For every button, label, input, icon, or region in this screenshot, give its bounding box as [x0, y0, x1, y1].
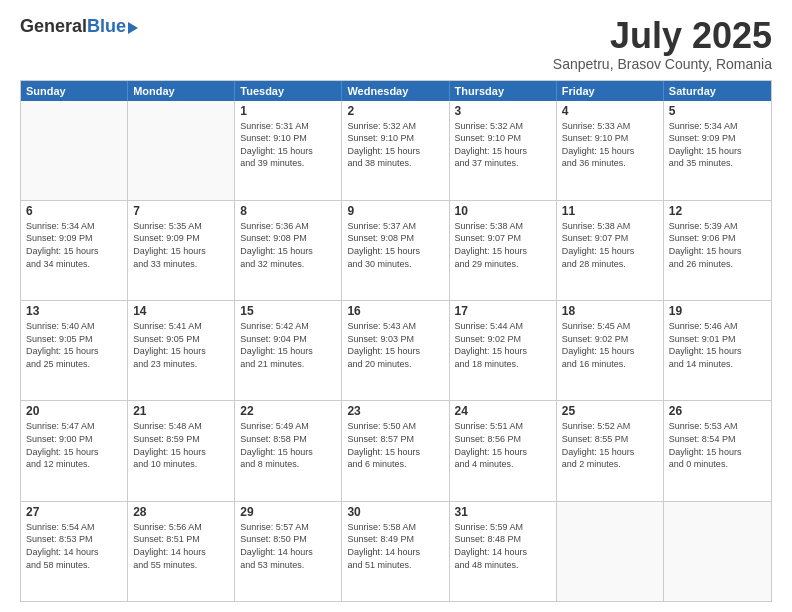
cell-info: Sunrise: 5:31 AM Sunset: 9:10 PM Dayligh… [240, 120, 336, 170]
calendar-cell: 19Sunrise: 5:46 AM Sunset: 9:01 PM Dayli… [664, 301, 771, 400]
calendar-cell: 24Sunrise: 5:51 AM Sunset: 8:56 PM Dayli… [450, 401, 557, 500]
day-number: 27 [26, 505, 122, 519]
calendar-cell: 4Sunrise: 5:33 AM Sunset: 9:10 PM Daylig… [557, 101, 664, 200]
day-number: 31 [455, 505, 551, 519]
calendar-cell [128, 101, 235, 200]
cell-info: Sunrise: 5:42 AM Sunset: 9:04 PM Dayligh… [240, 320, 336, 370]
calendar-cell: 30Sunrise: 5:58 AM Sunset: 8:49 PM Dayli… [342, 502, 449, 601]
cell-info: Sunrise: 5:32 AM Sunset: 9:10 PM Dayligh… [455, 120, 551, 170]
calendar-row: 13Sunrise: 5:40 AM Sunset: 9:05 PM Dayli… [21, 300, 771, 400]
calendar-row: 6Sunrise: 5:34 AM Sunset: 9:09 PM Daylig… [21, 200, 771, 300]
cell-info: Sunrise: 5:39 AM Sunset: 9:06 PM Dayligh… [669, 220, 766, 270]
calendar-cell: 9Sunrise: 5:37 AM Sunset: 9:08 PM Daylig… [342, 201, 449, 300]
day-number: 17 [455, 304, 551, 318]
day-number: 25 [562, 404, 658, 418]
calendar-cell: 10Sunrise: 5:38 AM Sunset: 9:07 PM Dayli… [450, 201, 557, 300]
calendar-cell: 15Sunrise: 5:42 AM Sunset: 9:04 PM Dayli… [235, 301, 342, 400]
day-number: 2 [347, 104, 443, 118]
calendar-cell: 16Sunrise: 5:43 AM Sunset: 9:03 PM Dayli… [342, 301, 449, 400]
cell-info: Sunrise: 5:33 AM Sunset: 9:10 PM Dayligh… [562, 120, 658, 170]
day-number: 3 [455, 104, 551, 118]
calendar-cell [664, 502, 771, 601]
day-number: 16 [347, 304, 443, 318]
logo-arrow-icon [128, 22, 138, 34]
cell-info: Sunrise: 5:51 AM Sunset: 8:56 PM Dayligh… [455, 420, 551, 470]
logo: General Blue [20, 16, 138, 37]
cell-info: Sunrise: 5:49 AM Sunset: 8:58 PM Dayligh… [240, 420, 336, 470]
logo-blue: Blue [87, 16, 126, 37]
cell-info: Sunrise: 5:41 AM Sunset: 9:05 PM Dayligh… [133, 320, 229, 370]
day-number: 14 [133, 304, 229, 318]
calendar-row: 27Sunrise: 5:54 AM Sunset: 8:53 PM Dayli… [21, 501, 771, 601]
day-number: 18 [562, 304, 658, 318]
cell-info: Sunrise: 5:43 AM Sunset: 9:03 PM Dayligh… [347, 320, 443, 370]
logo-general: General [20, 16, 87, 37]
calendar-cell: 3Sunrise: 5:32 AM Sunset: 9:10 PM Daylig… [450, 101, 557, 200]
cell-info: Sunrise: 5:50 AM Sunset: 8:57 PM Dayligh… [347, 420, 443, 470]
calendar-cell [21, 101, 128, 200]
calendar: SundayMondayTuesdayWednesdayThursdayFrid… [20, 80, 772, 602]
cell-info: Sunrise: 5:59 AM Sunset: 8:48 PM Dayligh… [455, 521, 551, 571]
title-location: Sanpetru, Brasov County, Romania [553, 56, 772, 72]
cell-info: Sunrise: 5:37 AM Sunset: 9:08 PM Dayligh… [347, 220, 443, 270]
cell-info: Sunrise: 5:48 AM Sunset: 8:59 PM Dayligh… [133, 420, 229, 470]
day-number: 1 [240, 104, 336, 118]
calendar-cell: 29Sunrise: 5:57 AM Sunset: 8:50 PM Dayli… [235, 502, 342, 601]
calendar-cell: 5Sunrise: 5:34 AM Sunset: 9:09 PM Daylig… [664, 101, 771, 200]
day-number: 7 [133, 204, 229, 218]
day-number: 26 [669, 404, 766, 418]
day-number: 6 [26, 204, 122, 218]
cell-info: Sunrise: 5:34 AM Sunset: 9:09 PM Dayligh… [669, 120, 766, 170]
calendar-cell: 1Sunrise: 5:31 AM Sunset: 9:10 PM Daylig… [235, 101, 342, 200]
day-number: 15 [240, 304, 336, 318]
calendar-cell: 22Sunrise: 5:49 AM Sunset: 8:58 PM Dayli… [235, 401, 342, 500]
calendar-cell: 2Sunrise: 5:32 AM Sunset: 9:10 PM Daylig… [342, 101, 449, 200]
cell-info: Sunrise: 5:58 AM Sunset: 8:49 PM Dayligh… [347, 521, 443, 571]
day-number: 10 [455, 204, 551, 218]
cell-info: Sunrise: 5:34 AM Sunset: 9:09 PM Dayligh… [26, 220, 122, 270]
day-number: 4 [562, 104, 658, 118]
day-number: 8 [240, 204, 336, 218]
calendar-cell: 7Sunrise: 5:35 AM Sunset: 9:09 PM Daylig… [128, 201, 235, 300]
calendar-cell: 12Sunrise: 5:39 AM Sunset: 9:06 PM Dayli… [664, 201, 771, 300]
day-number: 12 [669, 204, 766, 218]
cell-info: Sunrise: 5:46 AM Sunset: 9:01 PM Dayligh… [669, 320, 766, 370]
day-number: 22 [240, 404, 336, 418]
title-month: July 2025 [553, 16, 772, 56]
calendar-row: 1Sunrise: 5:31 AM Sunset: 9:10 PM Daylig… [21, 101, 771, 200]
calendar-cell: 11Sunrise: 5:38 AM Sunset: 9:07 PM Dayli… [557, 201, 664, 300]
day-number: 13 [26, 304, 122, 318]
weekday-header: Sunday [21, 81, 128, 101]
calendar-cell: 21Sunrise: 5:48 AM Sunset: 8:59 PM Dayli… [128, 401, 235, 500]
calendar-cell: 28Sunrise: 5:56 AM Sunset: 8:51 PM Dayli… [128, 502, 235, 601]
calendar-header: SundayMondayTuesdayWednesdayThursdayFrid… [21, 81, 771, 101]
day-number: 23 [347, 404, 443, 418]
weekday-header: Wednesday [342, 81, 449, 101]
weekday-header: Thursday [450, 81, 557, 101]
day-number: 19 [669, 304, 766, 318]
cell-info: Sunrise: 5:54 AM Sunset: 8:53 PM Dayligh… [26, 521, 122, 571]
cell-info: Sunrise: 5:35 AM Sunset: 9:09 PM Dayligh… [133, 220, 229, 270]
weekday-header: Monday [128, 81, 235, 101]
cell-info: Sunrise: 5:45 AM Sunset: 9:02 PM Dayligh… [562, 320, 658, 370]
calendar-cell: 8Sunrise: 5:36 AM Sunset: 9:08 PM Daylig… [235, 201, 342, 300]
page: General Blue July 2025 Sanpetru, Brasov … [0, 0, 792, 612]
day-number: 5 [669, 104, 766, 118]
calendar-cell: 23Sunrise: 5:50 AM Sunset: 8:57 PM Dayli… [342, 401, 449, 500]
cell-info: Sunrise: 5:38 AM Sunset: 9:07 PM Dayligh… [455, 220, 551, 270]
calendar-cell: 13Sunrise: 5:40 AM Sunset: 9:05 PM Dayli… [21, 301, 128, 400]
cell-info: Sunrise: 5:52 AM Sunset: 8:55 PM Dayligh… [562, 420, 658, 470]
calendar-cell: 20Sunrise: 5:47 AM Sunset: 9:00 PM Dayli… [21, 401, 128, 500]
day-number: 28 [133, 505, 229, 519]
calendar-cell: 27Sunrise: 5:54 AM Sunset: 8:53 PM Dayli… [21, 502, 128, 601]
day-number: 30 [347, 505, 443, 519]
cell-info: Sunrise: 5:36 AM Sunset: 9:08 PM Dayligh… [240, 220, 336, 270]
cell-info: Sunrise: 5:47 AM Sunset: 9:00 PM Dayligh… [26, 420, 122, 470]
cell-info: Sunrise: 5:56 AM Sunset: 8:51 PM Dayligh… [133, 521, 229, 571]
calendar-cell: 6Sunrise: 5:34 AM Sunset: 9:09 PM Daylig… [21, 201, 128, 300]
calendar-cell: 31Sunrise: 5:59 AM Sunset: 8:48 PM Dayli… [450, 502, 557, 601]
calendar-body: 1Sunrise: 5:31 AM Sunset: 9:10 PM Daylig… [21, 101, 771, 601]
title-block: July 2025 Sanpetru, Brasov County, Roman… [553, 16, 772, 72]
calendar-cell [557, 502, 664, 601]
calendar-cell: 25Sunrise: 5:52 AM Sunset: 8:55 PM Dayli… [557, 401, 664, 500]
